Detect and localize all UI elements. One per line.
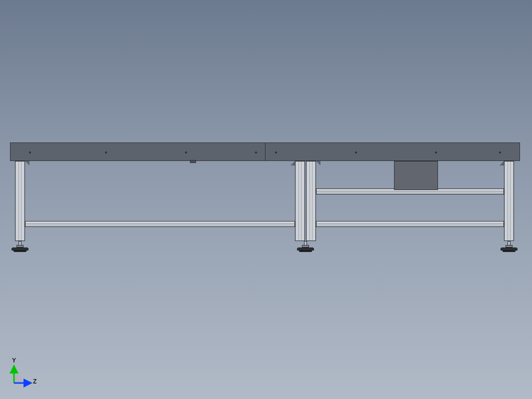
model-gusset xyxy=(500,161,504,166)
model-deck-hole xyxy=(435,152,437,154)
model-gusset xyxy=(290,161,295,166)
triad-axis-z-label: Z xyxy=(33,378,36,385)
model-leveling-foot xyxy=(12,241,28,253)
triad-axis-y-label: Y xyxy=(12,357,16,364)
model-deck-seam xyxy=(265,142,266,161)
model-deck-hole xyxy=(499,152,501,154)
model-leg xyxy=(306,161,316,241)
model-deck-hole xyxy=(105,152,107,154)
model-leveling-foot xyxy=(297,241,314,253)
model-gusset xyxy=(25,161,30,166)
triad-origin-icon xyxy=(14,374,23,383)
model-leg xyxy=(295,161,305,241)
model-deck-hole xyxy=(275,152,277,154)
cad-viewport[interactable]: Y Z xyxy=(0,0,532,399)
model-leg xyxy=(15,161,25,241)
model-rail-lower-left xyxy=(25,221,295,227)
model-deck-hole xyxy=(29,152,31,154)
model-deck-hole xyxy=(255,152,257,154)
view-triad[interactable]: Y Z xyxy=(11,358,39,386)
model-leveling-foot xyxy=(500,241,518,253)
model-deck-hole xyxy=(185,152,187,154)
model-table-frame xyxy=(10,142,520,254)
model-leg xyxy=(504,161,514,241)
model-gusset xyxy=(316,161,320,166)
model-rail-lower-right xyxy=(316,221,504,227)
model-bracket xyxy=(190,160,196,163)
model-deck-hole xyxy=(355,152,357,154)
model-panel xyxy=(394,161,438,190)
